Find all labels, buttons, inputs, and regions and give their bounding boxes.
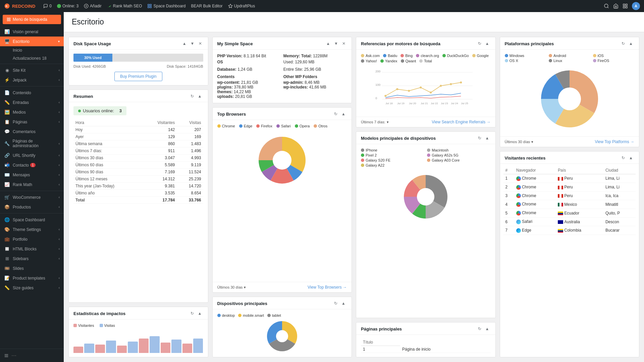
- collapse-button[interactable]: ▲: [628, 41, 634, 47]
- wp-admin-info: wp-admin: 8,46 MB: [283, 80, 347, 85]
- estadisticas-controls: ↻ ▲: [189, 310, 203, 316]
- refresh-button[interactable]: ↻: [620, 41, 626, 47]
- updates-badge: 18: [42, 56, 46, 61]
- site-logo[interactable]: R REDCOIND: [4, 3, 35, 9]
- refresh-button[interactable]: ↻: [620, 155, 626, 161]
- sidebar-item-paginas[interactable]: 📋 Páginas ‹: [0, 117, 64, 127]
- safari-color: [276, 124, 280, 128]
- topbar-comments[interactable]: 0: [43, 4, 52, 8]
- topbar-updraft[interactable]: UpdraftPlus: [228, 4, 255, 8]
- topbar-spacedashboard[interactable]: Space Dashboard: [147, 4, 185, 8]
- linux-legend: Linux: [549, 59, 590, 63]
- topbar-add[interactable]: Añadir: [84, 4, 102, 8]
- refresh-button[interactable]: ↻: [333, 300, 339, 306]
- sidebar-item-portfolio[interactable]: 💼 Portfolio ‹: [0, 234, 64, 244]
- topbar-bear[interactable]: BEAR Bulk Editor: [191, 4, 223, 8]
- topbar-online[interactable]: Online: 3: [57, 4, 78, 8]
- collapse-button[interactable]: ▲: [628, 155, 634, 161]
- search-icon[interactable]: [604, 3, 609, 9]
- svg-point-40: [384, 95, 386, 97]
- sidebar-item-jetpack[interactable]: ⚡ Jetpack ‹: [0, 75, 64, 85]
- sidebar-item-vision-general[interactable]: 📊 Visión general: [0, 27, 64, 37]
- collapse-button[interactable]: ▲: [340, 300, 347, 306]
- dispositivos-title: Dispositivos principales: [217, 301, 268, 306]
- close-button[interactable]: ✕: [197, 41, 203, 47]
- bar-item: [193, 339, 203, 353]
- collapse-up-button[interactable]: ▲: [181, 41, 188, 47]
- sidebar-item-paginas-admin[interactable]: 🔧 Páginas de administración ‹: [0, 136, 64, 150]
- platforms-controls: ↻ ▲: [620, 41, 634, 47]
- view-top-browsers-link[interactable]: View Top Browsers →: [308, 285, 347, 290]
- opera-color: [295, 124, 298, 128]
- disk-space-header: Disk Space Usage ▲ ▼ ✕: [69, 37, 208, 50]
- refresh-button[interactable]: ↻: [333, 111, 339, 117]
- period-selector[interactable]: Últimos 7 días: ▾: [361, 120, 389, 124]
- refresh-button[interactable]: ↻: [477, 326, 483, 332]
- svg-point-24: [273, 151, 291, 170]
- sidebar-item-theme-settings[interactable]: 🎨 Theme Settings ‹: [0, 225, 64, 234]
- svg-text:200: 200: [375, 70, 380, 73]
- refresh-button[interactable]: ↻: [189, 93, 195, 99]
- sidebar-item-url-shortify[interactable]: 🔗 URL Shortify ‹: [0, 150, 64, 160]
- sidebar: Menú de búsqueda 📊 Visión general 🖥️ Esc…: [0, 12, 64, 362]
- sidebar-item-mensajes[interactable]: ✉️ Mensajes ‹: [0, 170, 64, 180]
- col-city: Ciudad: [603, 167, 636, 174]
- sidebar-item-slides[interactable]: 🎞️ Slides: [0, 263, 64, 273]
- refresh-button[interactable]: ↻: [189, 310, 195, 316]
- user-avatar[interactable]: A: [632, 2, 640, 10]
- sidebar-item-sitekit[interactable]: ◉ Site Kit ‹: [0, 65, 64, 75]
- sidebar-item-entradas[interactable]: ✏️ Entradas ‹: [0, 98, 64, 107]
- sidebar-item-comentarios[interactable]: 💬 Comentarios: [0, 127, 64, 136]
- top-browsers-controls: ↻ ▲: [333, 111, 347, 117]
- sidebar-item-medios[interactable]: 🖼️ Medios ‹: [0, 107, 64, 117]
- topbar-rankmath[interactable]: Rank Math SEO: [107, 4, 142, 8]
- collapse-button[interactable]: ▲: [197, 93, 203, 99]
- view-search-referrals-link[interactable]: View Search Engine Referrals →: [432, 120, 490, 124]
- sidebar-item-rank-math[interactable]: 📈 Rank Math ‹: [0, 180, 64, 189]
- contact-icon: 📬: [4, 163, 10, 168]
- sidebar-item-productos[interactable]: 📦 Productos ‹: [0, 202, 64, 212]
- woo-icon: 🛒: [4, 195, 10, 200]
- search-engines-body: Ask.com Baidu Bing clearch.org DuckDuckG…: [356, 50, 495, 117]
- more-options-icon[interactable]: ···: [11, 352, 16, 359]
- home-icon[interactable]: [613, 3, 619, 9]
- sidebar-item-sidebars[interactable]: ⊞ Sidebars ‹: [0, 254, 64, 263]
- collapse-button[interactable]: ▲: [197, 310, 203, 316]
- sidebar-item-space-dashboard[interactable]: 🌐 Space Dashboard: [0, 215, 64, 225]
- svg-point-43: [420, 86, 422, 88]
- iphone-legend: IPhone: [361, 148, 424, 152]
- svg-point-2: [57, 4, 61, 8]
- refresh-button[interactable]: ↻: [477, 41, 483, 47]
- sidebar-item-contacto[interactable]: 📬 Contacto 1 ‹: [0, 160, 64, 170]
- collapse-icon[interactable]: [4, 353, 9, 358]
- view-top-platforms-link[interactable]: View Top Platforms →: [595, 139, 634, 144]
- sidebar-item-html-blocks[interactable]: ◻️ HTML Blocks ‹: [0, 244, 64, 254]
- sidebar-sub-inicio[interactable]: Inicio: [0, 46, 64, 54]
- collapse-down-button[interactable]: ▼: [333, 41, 339, 47]
- sidebar-item-contenido[interactable]: 📄 Contenido: [0, 88, 64, 98]
- sidebar-item-product-templates[interactable]: 📝 Product templates ‹: [0, 273, 64, 283]
- collapse-up-button[interactable]: ▲: [325, 41, 331, 47]
- search-menu-button[interactable]: Menú de búsqueda: [3, 15, 61, 24]
- devices-legend: desktop mobile.smart tablet: [217, 313, 347, 317]
- refresh-button[interactable]: ↻: [477, 135, 483, 141]
- collapse-button[interactable]: ▲: [484, 135, 491, 141]
- close-button[interactable]: ✕: [341, 41, 347, 47]
- sidebar-item-escritorio[interactable]: 🖥️ Escritorio ▾: [0, 37, 64, 46]
- grid-icon[interactable]: [623, 3, 628, 9]
- topbar: R REDCOIND 0 Online: 3 Añadir Rank Math …: [0, 0, 644, 12]
- period-selector[interactable]: Últimos 30 días ▾: [505, 140, 534, 144]
- sidebar-sub-actualizaciones[interactable]: Actualizaciones 18: [0, 54, 64, 62]
- collapse-button[interactable]: ▲: [340, 111, 347, 117]
- bar-item: [84, 344, 94, 353]
- collapse-button[interactable]: ▲: [484, 326, 491, 332]
- sidebar-item-size-guides[interactable]: 📏 Size guides ‹: [0, 283, 64, 293]
- sidebar-item-woocommerce[interactable]: 🛒 WooCommerce ‹: [0, 192, 64, 202]
- clearch-legend: clearch.org: [416, 54, 439, 58]
- collapse-down-button[interactable]: ▼: [189, 41, 196, 47]
- collapse-button[interactable]: ▲: [484, 41, 491, 47]
- period-selector[interactable]: Últimos 30 días ▾: [217, 285, 246, 290]
- disk-info: Disk Used: 4266GB Disk Space: 14184GB: [73, 64, 203, 68]
- buy-premium-button[interactable]: Buy Premium Plugin: [114, 72, 162, 81]
- dispositivos-controls: ↻ ▲: [333, 300, 347, 306]
